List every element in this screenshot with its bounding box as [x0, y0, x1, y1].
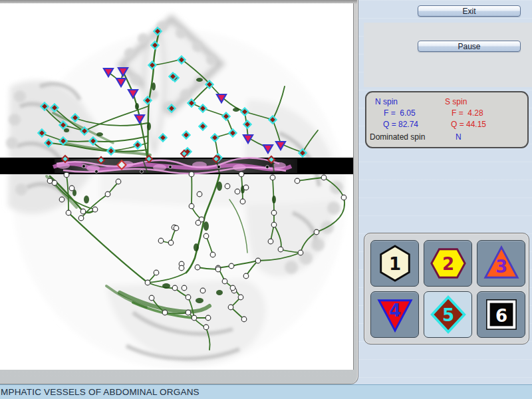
marker-circle — [222, 279, 227, 284]
dominated-spin-label: Dominated spin — [370, 132, 425, 142]
marker-circle — [205, 315, 211, 321]
marker-circle — [154, 270, 159, 275]
pause-panel — [364, 23, 532, 87]
svg-text:4: 4 — [388, 301, 400, 321]
marker-legend-panel: 123456 — [364, 233, 529, 344]
s-spin-label: S spin — [445, 97, 467, 106]
scan-stripe — [0, 158, 353, 174]
legend-symbol-6-icon: 6 — [482, 295, 521, 334]
marker-circle — [59, 197, 65, 202]
marker-circle — [203, 233, 209, 239]
marker-dot — [140, 170, 144, 174]
marker-circle — [145, 280, 150, 285]
marker-circle — [192, 315, 197, 321]
legend-symbol-1-icon: 1 — [376, 244, 414, 283]
svg-text:2: 2 — [442, 254, 454, 274]
marker-circle — [200, 288, 205, 293]
marker-dot — [169, 166, 172, 169]
marker-circle — [321, 175, 327, 180]
marker-circle — [189, 172, 194, 177]
marker-dot — [217, 166, 221, 169]
marker-circle — [80, 209, 86, 214]
anatomy-view — [0, 3, 354, 370]
marker-circle — [172, 285, 178, 291]
svg-text:5: 5 — [442, 305, 454, 325]
marker-circle — [239, 172, 244, 177]
marker-circle — [243, 273, 249, 279]
marker-circle — [241, 317, 247, 322]
legend-tile-5[interactable]: 5 — [424, 291, 472, 338]
marker-circle — [189, 203, 194, 209]
marker-circle — [255, 258, 261, 263]
marker-circle — [225, 184, 230, 189]
marker-circle — [270, 175, 275, 180]
marker-circle — [47, 178, 53, 184]
marker-circle — [197, 192, 202, 197]
marker-circle — [238, 295, 243, 300]
svg-text:6: 6 — [495, 306, 507, 326]
marker-circle — [168, 240, 174, 245]
marker-circle — [271, 210, 277, 215]
legend-tile-3[interactable]: 3 — [477, 240, 525, 287]
marker-dot — [82, 165, 86, 168]
marker-circle — [271, 222, 277, 227]
organ-title: MPHATIC VESSELS OF ABDOMINAL ORGANS — [1, 385, 200, 399]
legend-tile-6[interactable]: 6 — [477, 291, 525, 338]
marker-circle — [186, 295, 191, 300]
marker-circle — [240, 199, 245, 204]
marker-circle — [341, 195, 346, 200]
dominated-spin-value: N — [456, 132, 462, 142]
marker-circle — [215, 267, 221, 272]
marker-circle — [235, 189, 240, 194]
marker-circle — [228, 305, 233, 310]
legend-tile-1[interactable]: 1 — [370, 240, 419, 287]
n-spin-q-value: Q = 82.74 — [383, 120, 418, 129]
marker-circle — [158, 238, 164, 243]
marker-circle — [230, 285, 235, 291]
legend-symbol-5-icon: 5 — [429, 295, 467, 334]
marker-circle — [78, 215, 84, 221]
marker-circle — [229, 263, 234, 269]
n-spin-label: N spin — [375, 97, 398, 106]
legend-symbol-3-icon: 3 — [482, 244, 521, 283]
marker-circle — [314, 229, 319, 235]
n-spin-frequency: F = 6.05 — [384, 108, 416, 118]
marker-circle — [105, 192, 110, 197]
marker-circle — [69, 186, 74, 191]
marker-circle — [195, 265, 200, 270]
marker-circle — [149, 295, 154, 301]
marker-circle — [298, 250, 303, 255]
marker-circle — [210, 252, 215, 257]
s-spin-frequency: F = 4.28 — [452, 108, 483, 118]
marker-circle — [92, 207, 98, 212]
marker-circle — [268, 239, 273, 244]
status-bar: MPHATIC VESSELS OF ABDOMINAL ORGANS — [0, 384, 532, 399]
marker-circle — [278, 247, 283, 252]
marker-circle — [64, 172, 69, 178]
marker-circle — [162, 310, 168, 315]
marker-circle — [196, 220, 201, 225]
marker-circle — [182, 285, 187, 291]
legend-tile-4[interactable]: 4 — [370, 291, 419, 338]
marker-circle — [203, 325, 209, 330]
marker-circle — [179, 265, 184, 271]
marker-circle — [243, 185, 249, 190]
marker-dot — [266, 166, 269, 169]
marker-circle — [295, 178, 300, 184]
marker-circle — [174, 225, 179, 231]
marker-circle — [186, 310, 191, 315]
legend-symbol-2-icon: 2 — [429, 244, 467, 283]
image-frame — [0, 0, 358, 384]
s-spin-q-value: Q = 44.15 — [451, 120, 486, 129]
marker-dot — [95, 170, 98, 174]
exit-button[interactable]: Exit — [418, 5, 521, 17]
spin-panel: N spin S spin F = 6.05 F = 4.28 Q = 82.7… — [365, 91, 529, 148]
legend-tile-2[interactable]: 2 — [424, 240, 472, 287]
pause-button[interactable]: Pause — [418, 41, 521, 52]
marker-circle — [66, 210, 71, 215]
svg-text:3: 3 — [495, 257, 507, 277]
app-window: { "toolbar": { "exit_label": "Exit", "pa… — [0, 0, 532, 399]
anatomy-illustration — [0, 3, 353, 370]
legend-symbol-4-icon: 4 — [376, 295, 414, 334]
marker-circle — [116, 179, 121, 184]
